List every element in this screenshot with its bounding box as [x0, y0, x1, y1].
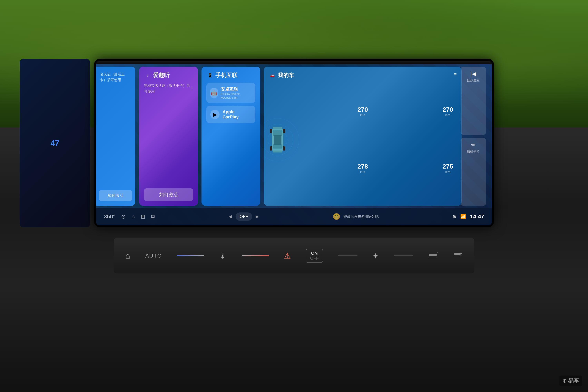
svg-rect-14	[454, 253, 460, 254]
tire-pressure-tl-value: 270	[286, 106, 439, 113]
tire-pressure-tr-value: 270	[439, 106, 457, 113]
phone-card-header: 📱 手机互联	[206, 72, 256, 79]
phys-fan-line-right	[394, 256, 413, 256]
svg-rect-15	[454, 254, 460, 255]
svg-rect-16	[454, 256, 460, 256]
radar-ring-3	[268, 130, 287, 150]
left-cluster: 47	[20, 59, 90, 227]
nav-left-items: 360° ⊙ ⌂ ⊞ ⧉	[104, 214, 155, 220]
network-icon: ⊕	[452, 214, 456, 219]
nav-home-button[interactable]: ⌂	[132, 214, 135, 220]
tire-pressure-tr: 270 kPa	[439, 106, 457, 116]
svg-rect-12	[429, 257, 437, 257]
right-controls-panel: |◀ 回到最左 ✏ 编辑卡片	[460, 67, 486, 206]
nav-right-status: ⊕ 📶 14:47	[452, 214, 484, 220]
tire-pressure-tl-unit: kPa	[286, 113, 439, 116]
carplay-name: Apple CarPlay	[222, 109, 252, 120]
svg-rect-10	[429, 254, 437, 254]
phys-home-button[interactable]: ⌂	[126, 251, 130, 260]
nav-360-button[interactable]: 360°	[104, 214, 115, 220]
car-card-title: 我的车	[278, 72, 294, 79]
edit-card-button[interactable]: ✏ 编辑卡片	[460, 138, 486, 206]
music-icon: ♪	[144, 72, 151, 79]
android-link-text: 安卓互联 ICDDA Carlink、MAXUS Link	[221, 86, 252, 99]
nav-360-icon: 360°	[104, 214, 115, 220]
audio-control: ◀ OFF ▶	[229, 212, 259, 221]
nav-bar: 360° ⊙ ⌂ ⊞ ⧉ ◀ OFF ▶	[96, 208, 492, 226]
phys-home-icon: ⌂	[126, 251, 130, 260]
watermark: ⊙ 易车	[560, 376, 582, 386]
phys-fan-line-left	[338, 256, 358, 256]
phone-card: 📱 手机互联 🤖 安卓互联 ICDDA Carlink、MAXUS Link ▶	[202, 67, 260, 206]
go-to-left-icon: |◀	[470, 70, 476, 77]
phys-auto-label: AUTO	[145, 253, 162, 259]
carplay-text: Apple CarPlay	[222, 109, 252, 120]
rear-defrost-1-icon: ~	[428, 251, 438, 259]
phys-on-label: ON	[311, 251, 318, 256]
phys-off-label: OFF	[310, 256, 319, 261]
svg-text:~: ~	[437, 251, 438, 254]
screen-inner: 名认证（激活王卡）后可使用 如何激活 ♪ 爱趣听 完成实名认证（激活王卡）后可使…	[96, 61, 492, 226]
edit-card-label: 编辑卡片	[467, 150, 480, 154]
tire-pressure-tr-unit: kPa	[439, 113, 457, 116]
music-activate-button[interactable]: 如何激活	[144, 188, 193, 201]
car-card-menu-icon[interactable]: ≡	[454, 72, 457, 77]
voice-assistant[interactable]: 😊 登录后再来使用语音吧	[332, 213, 379, 220]
phys-rear-defrost-2-button[interactable]	[453, 251, 462, 261]
phone-card-title: 手机互联	[216, 72, 237, 79]
main-screen: 名认证（激活王卡）后可使用 如何激活 ♪ 爱趣听 完成实名认证（激活王卡）后可使…	[94, 59, 494, 227]
nav-grid-button[interactable]: ⊞	[141, 214, 145, 220]
nav-camera-button[interactable]: ⊙	[121, 214, 126, 220]
music-card-subtitle: 完成实名认证（激活王卡）后可使用	[144, 83, 193, 94]
left-card-subtitle: 名认证（激活王卡）后可使用	[100, 72, 131, 83]
rear-defrost-2-icon	[453, 251, 462, 259]
nav-window-icon: ⧉	[151, 214, 155, 220]
car-card-header: 🚗 我的车	[269, 72, 457, 79]
android-link-name: 安卓互联	[221, 86, 252, 92]
watermark-text: 易车	[568, 378, 579, 384]
tire-pressure-br: 275 kPa	[439, 163, 457, 174]
carplay-icon: ▶	[210, 110, 220, 119]
phys-thermometer-icon: 🌡	[219, 252, 227, 260]
car-card: 🚗 我的车 ≡ 270 kPa	[264, 67, 462, 206]
phys-on-off-button[interactable]: ON OFF	[306, 249, 323, 263]
android-link-item[interactable]: 🤖 安卓互联 ICDDA Carlink、MAXUS Link	[206, 83, 256, 103]
phys-rear-defrost-1-button[interactable]: ~	[428, 251, 438, 261]
tire-pressure-bl-unit: kPa	[286, 170, 439, 174]
music-card-header: ♪ 爱趣听	[144, 72, 193, 79]
go-to-left-button[interactable]: |◀ 回到最左	[460, 67, 486, 135]
audio-prev-button[interactable]: ◀	[229, 214, 232, 219]
android-icon: 🤖	[210, 88, 218, 98]
left-card-activate-btn[interactable]: 如何激活	[99, 190, 132, 201]
physical-controls-bar: ⌂ AUTO 🌡 ⚠ ON OFF ✦ ~	[114, 238, 474, 274]
tire-pressure-br-value: 275	[439, 163, 457, 170]
phys-warning-icon[interactable]: ⚠	[284, 251, 291, 260]
edit-card-icon: ✏	[471, 142, 476, 148]
svg-rect-11	[429, 256, 437, 256]
car-card-icon: 🚗	[269, 72, 276, 79]
phone-icon: 📱	[206, 72, 214, 79]
audio-next-button[interactable]: ▶	[256, 214, 259, 219]
car-top-view	[269, 124, 286, 156]
voice-text: 登录后再来使用语音吧	[344, 214, 379, 219]
phys-temp-line-cool	[177, 256, 204, 256]
phys-fan-icon[interactable]: ✦	[372, 251, 379, 260]
audio-off-label: OFF	[236, 212, 252, 221]
screen-bezel-top	[96, 61, 492, 64]
carplay-item[interactable]: ▶ Apple CarPlay	[206, 106, 256, 123]
nav-time: 14:47	[470, 214, 484, 220]
voice-icon: 😊	[332, 213, 340, 220]
android-link-desc: ICDDA Carlink、MAXUS Link	[221, 92, 252, 99]
tire-pressure-bl-value: 278	[286, 163, 439, 170]
nav-camera-icon: ⊙	[121, 214, 126, 220]
phys-temp-line-warm	[242, 256, 269, 256]
watermark-circle: ⊙	[562, 378, 567, 384]
left-cluster-display: 47	[50, 139, 60, 148]
tire-pressure-bl: 278 kPa	[286, 163, 439, 174]
tire-pressure-tl: 270 kPa	[286, 106, 439, 116]
nav-window-button[interactable]: ⧉	[151, 214, 155, 220]
music-card-title: 爱趣听	[153, 72, 170, 79]
go-to-left-label: 回到最左	[467, 78, 480, 83]
signal-icon: 📶	[460, 214, 466, 219]
tire-pressure-br-unit: kPa	[439, 170, 457, 174]
